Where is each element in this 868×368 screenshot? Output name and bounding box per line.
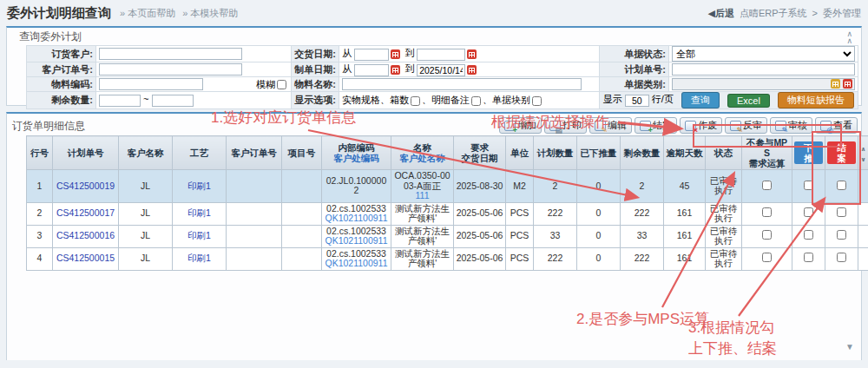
table-row[interactable]: 4CS412500015JL印刷102.cs.1002533QK10211009… [27,247,868,270]
cell-unit: M2 [506,170,534,203]
toolbar-button-label: 打印 [562,119,582,132]
display-option-checkbox[interactable] [532,96,542,106]
code-sub-link[interactable]: QK1021100911 [324,214,389,224]
close-checkbox[interactable] [837,181,846,190]
doc-type-input[interactable] [672,78,855,90]
page-help-link[interactable]: » 本页面帮助 [120,7,175,20]
calendar-icon[interactable] [391,49,400,59]
plan-no-input[interactable] [672,63,855,76]
process-link[interactable]: 印刷1 [187,230,211,240]
calendar-icon[interactable] [391,65,400,75]
plan-no-link[interactable]: CS412500019 [56,181,115,191]
lookup-icon[interactable] [831,79,840,89]
delivery-date-from-input[interactable] [354,49,389,61]
back-link[interactable]: ◀后退 [707,7,733,20]
excel-button[interactable]: Excel [727,94,770,108]
order-customer-input[interactable] [99,48,242,60]
code-sub-link[interactable]: QK1021100911 [324,236,389,246]
module-link[interactable]: 委外管理 [823,7,861,20]
fuzzy-option: 模糊 [256,78,288,91]
plan-no-link[interactable]: CS412500017 [56,207,115,218]
process-link[interactable]: 印刷1 [187,181,211,191]
display-option-checkbox[interactable] [411,96,420,106]
remain-qty-max-input[interactable] [152,95,194,107]
code-main: 02.JL0.1000002 [324,176,389,196]
cell-push [792,247,825,270]
close-checkbox[interactable] [837,253,846,262]
push-checkbox[interactable] [804,181,813,190]
detail-panel-header: 订货单明细信息 +增加▤打印✎编辑+结案×作废✎反审✎审核◎查看 [7,114,861,135]
add-button[interactable]: +增加 [499,117,542,134]
name-sub-link[interactable]: 111 [393,191,451,201]
view-icon: ◎ [820,121,832,131]
order-customer-label: 订货客户: [27,46,96,62]
scroll-down-icon[interactable]: ▼ [845,342,854,352]
system-link[interactable]: 点晴ERP子系统 [740,7,807,20]
cell-pushed-qty: 0 [577,247,621,270]
cell-push [792,202,825,225]
doc-status-select[interactable]: 全部 [672,46,855,62]
print-button[interactable]: ▤打印 [544,117,587,134]
mps-checkbox[interactable] [762,181,772,190]
process-link[interactable]: 印刷1 [187,253,211,263]
display-option-checkbox[interactable] [471,96,481,106]
void-button[interactable]: ×作废 [680,117,722,134]
tilde-separator: ~ [143,94,148,104]
code-sub-link[interactable]: QK1021100911 [324,259,389,269]
calendar-icon[interactable] [467,49,477,59]
calendar-icon[interactable] [467,65,477,75]
close-checkbox[interactable] [837,207,846,217]
cell-remain-qty: 222 [621,247,664,270]
table-row[interactable]: 3CS412500016JL印刷102.cs.1002533QK10211009… [27,225,868,247]
fuzzy-checkbox[interactable] [277,80,286,89]
material-code-input[interactable] [99,78,203,90]
close-case-button[interactable]: +结案 [635,117,677,134]
void-icon: × [685,121,696,131]
column-collapse-icon[interactable]: ∧∨ [861,146,866,162]
customer-order-no-input[interactable] [99,63,242,76]
toolbar-button-label: 查看 [833,119,852,132]
make-date-to-input[interactable] [417,64,465,76]
material-shortage-report-button[interactable]: 物料短缺报告 [778,92,854,108]
cell-plan-qty: 222 [534,202,577,225]
mps-checkbox[interactable] [762,230,772,240]
push-checkbox[interactable] [804,207,813,217]
delivery-date-label: 交货日期: [292,46,339,62]
mps-checkbox[interactable] [762,253,772,262]
approve-button[interactable]: ✎审核 [770,117,812,134]
cell-overdue-days: 161 [664,225,706,247]
push-checkbox[interactable] [804,253,813,262]
plan-no-link[interactable]: CS412500015 [56,253,115,263]
column-header-plan-qty: 计划数量 [534,136,577,170]
cell-pushed-qty: 0 [577,170,621,203]
rows-per-page-input[interactable] [625,95,649,107]
push-checkbox[interactable] [804,230,813,240]
make-date-from-input[interactable] [354,64,389,76]
query-button[interactable]: 查询 [681,92,720,108]
display-option-label: 实物规格、箱数 [342,95,409,105]
unapprove-button[interactable]: ✎反审 [725,117,767,134]
view-button[interactable]: ◎查看 [815,117,858,134]
push-all-button[interactable]: 下推 [794,141,823,164]
cell-name: 测试新方法生产领料' [391,202,454,225]
close-checkbox[interactable] [837,230,846,240]
edit-button[interactable]: ✎编辑 [589,117,632,134]
toolbar-button-label: 审核 [788,119,807,132]
module-help-link[interactable]: » 本模块帮助 [182,7,238,20]
mps-checkbox[interactable] [762,207,772,217]
cell-overdue-days: 161 [664,247,706,270]
plan-no-link[interactable]: CS412500016 [56,230,115,240]
table-row[interactable]: 1CS412500019JL印刷102.JL0.1000002OCA.0350-… [27,170,868,203]
toolbar: +增加▤打印✎编辑+结案×作废✎反审✎审核◎查看 [499,117,858,134]
top-nav: ◀后退 点晴ERP子系统 > 委外管理 [707,7,861,20]
table-row[interactable]: 2CS412500017JL印刷102.cs.1002533QK10211009… [27,202,868,225]
cell-cust-order [227,225,282,247]
clear-icon[interactable] [843,79,852,89]
delivery-date-to-input[interactable] [417,49,465,61]
close-all-button[interactable]: 结案 [827,141,856,164]
remain-qty-min-input[interactable] [99,95,141,107]
process-link[interactable]: 印刷1 [187,207,211,218]
doc-status-label: 单据状态: [600,46,669,62]
collapse-panel-icon[interactable]: ∧∧ [846,30,852,44]
material-name-input[interactable] [342,78,582,90]
